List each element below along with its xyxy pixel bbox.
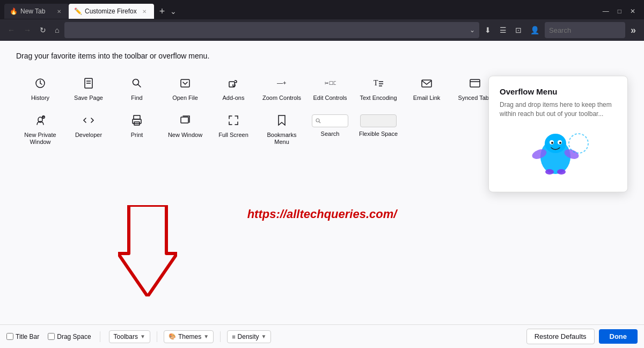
toolbar-item-full-screen[interactable]: Full Screen [209, 108, 258, 152]
new-window-icon [179, 114, 191, 128]
home-button[interactable]: ⌂ [52, 24, 62, 37]
toolbar-item-search[interactable]: Search [306, 108, 354, 152]
svg-text:—+: —+ [277, 79, 286, 86]
zoom-controls-icon: —+ [276, 77, 288, 91]
toolbar-item-bookmarks-menu[interactable]: Bookmarks Menu [258, 108, 306, 152]
edit-controls-label: Edit Controls [313, 95, 347, 102]
overflow-button[interactable]: » [627, 23, 640, 38]
drag-space-label: Drag Space [57, 333, 91, 340]
toolbar-item-save-page[interactable]: Save Page [64, 71, 113, 108]
print-icon [131, 114, 143, 128]
svg-text:T: T [374, 79, 378, 87]
themes-label: Themes [178, 333, 201, 340]
url-dropdown-button[interactable]: ⌄ [470, 26, 475, 34]
toolbar-item-zoom-controls[interactable]: —+ Zoom Controls [258, 71, 306, 108]
search-box-icon [312, 114, 348, 127]
title-bar-checkbox[interactable]: Title Bar [6, 333, 39, 340]
svg-point-26 [316, 119, 319, 122]
url-input[interactable] [69, 26, 470, 34]
toolbar-item-text-encoding[interactable]: T Text Encoding [354, 71, 402, 108]
zoom-controls-label: Zoom Controls [262, 95, 301, 102]
density-icon-small: ≡ [232, 334, 235, 340]
svg-point-34 [559, 142, 561, 144]
find-icon [131, 77, 143, 91]
tab-bar: 🔥 New Tab ✕ ✏️ Customize Firefox ✕ + ⌄ —… [0, 0, 644, 19]
down-arrow [118, 205, 177, 299]
overflow-menu-popup: Overflow Menu Drag and drop items here t… [488, 76, 628, 192]
toolbar-item-developer[interactable]: Developer [64, 108, 113, 152]
drag-space-checkbox[interactable]: Drag Space [48, 333, 91, 340]
flexible-space-label: Flexible Space [359, 130, 398, 137]
new-tab-button[interactable]: + [156, 5, 169, 18]
svg-rect-15 [470, 79, 480, 87]
maximize-button[interactable]: □ [613, 6, 626, 16]
open-file-label: Open File [172, 95, 198, 102]
email-link-label: Email Link [413, 95, 441, 102]
synced-tabs-label: Synced Tabs [458, 95, 492, 102]
toolbar-item-print[interactable]: Print [113, 108, 161, 152]
tab-overflow-button[interactable]: ⌄ [168, 6, 179, 17]
email-link-icon [421, 77, 433, 91]
new-private-window-label: New Private Window [20, 132, 60, 146]
svg-rect-6 [181, 79, 189, 87]
toolbar-item-new-window[interactable]: New Window [161, 108, 209, 152]
title-bar-checkbox-input[interactable] [6, 333, 13, 340]
history-icon [34, 77, 46, 91]
toolbar-item-flexible-space[interactable]: Flexible Space [354, 108, 402, 152]
toolbars-dropdown-arrow: ▼ [140, 334, 145, 339]
nav-bar: ← → ↻ ⌂ ⌄ ⬇ ☰ ⊡ 👤 » [0, 19, 644, 41]
overflow-menu-description: Drag and drop items here to keep them wi… [500, 100, 617, 119]
separator-1 [100, 331, 100, 342]
page-content: Drag your favorite items into the toolba… [0, 41, 644, 342]
bottom-bar: Title Bar Drag Space Toolbars ▼ 🎨 Themes… [0, 324, 644, 348]
minimize-button[interactable]: — [598, 6, 613, 16]
search-input[interactable] [545, 22, 625, 38]
toolbar-item-edit-controls[interactable]: ✂☐☐ Edit Controls [306, 71, 354, 108]
window-controls: — □ ✕ [598, 6, 640, 16]
text-encoding-label: Text Encoding [360, 95, 397, 102]
density-dropdown[interactable]: ≡ Density ▼ [227, 330, 271, 343]
done-button[interactable]: Done [599, 329, 638, 344]
browser-window: 🔥 New Tab ✕ ✏️ Customize Firefox ✕ + ⌄ —… [0, 0, 644, 342]
toolbar-item-open-file[interactable]: Open File [161, 71, 209, 108]
svg-point-4 [133, 79, 139, 85]
toolbar-item-history[interactable]: History [16, 71, 64, 108]
tab-close-new[interactable]: ✕ [55, 7, 63, 16]
drag-instruction: Drag your favorite items into the toolba… [16, 52, 628, 60]
print-label: Print [131, 132, 143, 139]
svg-rect-24 [181, 117, 188, 123]
bookmarks-library-button[interactable]: ☰ [496, 24, 510, 37]
themes-dropdown[interactable]: 🎨 Themes ▼ [164, 330, 214, 343]
edit-controls-icon: ✂☐☐ [324, 77, 336, 91]
history-label: History [31, 95, 49, 102]
synced-tabs-button[interactable]: ⊡ [512, 24, 525, 37]
drag-space-checkbox-input[interactable] [48, 333, 55, 340]
developer-icon [83, 114, 94, 128]
tab-customize[interactable]: ✏️ Customize Firefox ✕ [69, 4, 154, 19]
tab-new-tab[interactable]: 🔥 New Tab ✕ [4, 4, 69, 19]
addons-icon [228, 77, 239, 91]
forward-button[interactable]: → [20, 24, 34, 37]
toolbar-item-new-private-window[interactable]: •• New Private Window [16, 108, 64, 152]
url-bar-container[interactable]: ⌄ [64, 22, 479, 38]
tab-close-customize[interactable]: ✕ [140, 7, 149, 16]
account-button[interactable]: 👤 [527, 24, 543, 37]
back-button[interactable]: ← [4, 24, 18, 37]
close-button[interactable]: ✕ [626, 6, 640, 16]
text-encoding-icon: T [372, 77, 384, 91]
new-private-window-icon: •• [34, 114, 46, 128]
tab-favicon-customize: ✏️ [74, 8, 82, 15]
toolbars-dropdown[interactable]: Toolbars ▼ [109, 330, 150, 343]
restore-defaults-button[interactable]: Restore Defaults [526, 329, 595, 344]
toolbar-item-email-link[interactable]: Email Link [402, 71, 451, 108]
toolbar-item-addons[interactable]: Add-ons [209, 71, 258, 108]
toolbar-item-find[interactable]: Find [113, 71, 161, 108]
themes-dropdown-arrow: ▼ [203, 334, 209, 339]
developer-label: Developer [75, 132, 102, 139]
density-label: Density [238, 333, 259, 340]
full-screen-label: Full Screen [218, 132, 248, 139]
tab-title-customize: Customize Firefox [85, 8, 137, 15]
svg-point-33 [551, 142, 553, 144]
download-button[interactable]: ⬇ [481, 24, 494, 37]
reload-button[interactable]: ↻ [36, 24, 49, 37]
